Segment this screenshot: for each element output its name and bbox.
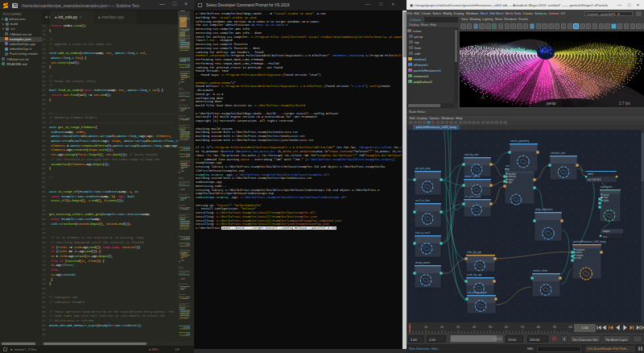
svg-text:age: age [509,181,513,184]
svg-text:float_to_vec3: float_to_vec3 [415,231,430,235]
svg-text:60: 60 [505,326,508,329]
svg-text:20: 20 [440,326,444,329]
svg-text:points: points [604,193,610,197]
svg-text:drag_turbulence: drag_turbulence [535,208,553,211]
svg-text:time1: time1 [588,172,593,176]
svg-text:alpha: alpha [604,199,609,202]
svg-text:output: output [603,230,609,233]
svg-text:merge_points: merge_points [415,261,431,264]
svg-text:watchpoint: watchpoint [601,185,613,189]
svg-text:80: 80 [537,326,540,329]
svg-text:points: points [576,251,583,254]
svg-text:30: 30 [456,326,460,329]
svg-text:70: 70 [521,326,524,329]
svg-text:mass: mass [509,179,514,181]
svg-text:instancer: instancer [576,248,585,251]
svg-text:50: 50 [489,326,492,329]
svg-text:particleHinstancer_v002_bang: particleHinstancer_v002_bang [573,240,606,243]
svg-text:get_geo_prop: get_geo_prop [415,167,431,170]
svg-text:final: final [603,235,608,239]
svg-text:vec3_to_float: vec3_to_float [415,199,430,202]
svg-text:position: position [509,172,517,176]
svg-text:source_geometry: source_geometry [510,139,530,143]
svg-text:emit_by_rate: emit_by_rate [464,153,479,156]
svg-text:scale: scale [576,256,582,260]
svg-text:40: 40 [473,326,476,329]
svg-text:emitter_xform: emitter_xform [533,269,548,272]
svg-text:set_instance_geo: set_instance_geo [468,291,487,294]
svg-text:90: 90 [553,326,556,329]
svg-text:persp: persp [547,102,556,106]
svg-text:simulate_root: simulate_root [551,152,565,155]
svg-text:rotation: rotation [576,254,584,257]
svg-text:2.7 fps: 2.7 fps [619,102,630,106]
svg-text:100: 100 [568,326,572,329]
svg-text:spawn_sphere: spawn_sphere [464,175,481,178]
svg-text:color: color [604,196,609,199]
svg-text:set_point_color: set_point_color [464,195,481,198]
svg-text:10: 10 [424,326,427,329]
svg-text:out 1.00 24.0: out 1.00 24.0 [588,178,601,181]
svg-text:scale_by_age: scale_by_age [467,273,482,276]
svg-text:color_by_age: color_by_age [467,251,481,254]
svg-text:velocity: velocity [509,175,517,178]
